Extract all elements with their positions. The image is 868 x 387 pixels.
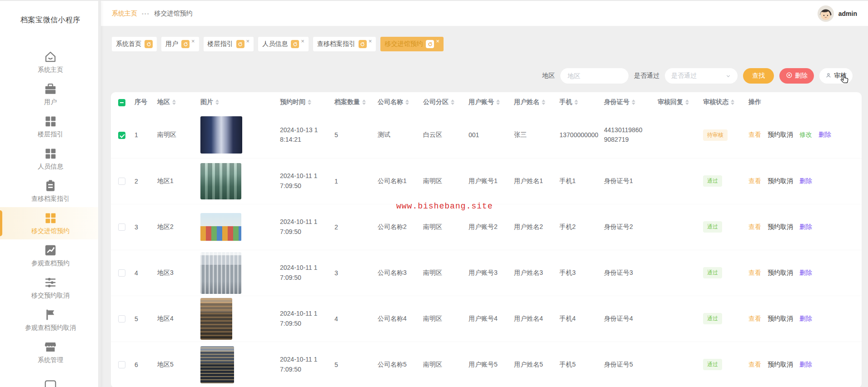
building-photo-gray-highrise[interactable]: [200, 252, 241, 294]
region-filter-input[interactable]: [560, 68, 629, 84]
op-delete-link[interactable]: 删除: [799, 315, 812, 323]
tab-3[interactable]: 楼层指引×: [204, 37, 254, 51]
building-photo-night-apartment[interactable]: [200, 346, 234, 383]
column-header[interactable]: 地区: [152, 92, 195, 112]
company-partition: 南明区: [423, 177, 442, 184]
user-menu[interactable]: admin: [818, 5, 857, 22]
column-header[interactable]: 档案数量: [329, 92, 372, 112]
sort-caret-icon: [496, 99, 500, 105]
cell-select: [111, 158, 129, 204]
op-cancel-link[interactable]: 预约取消: [768, 177, 793, 185]
row-checkbox[interactable]: [118, 132, 125, 139]
tab-label: 人员信息: [262, 40, 288, 48]
sidebar-item-5[interactable]: 查移档案指引: [0, 175, 101, 207]
op-cancel-link[interactable]: 预约取消: [768, 361, 793, 369]
column-label: 图片: [200, 98, 213, 105]
op-cancel-link[interactable]: 预约取消: [768, 131, 793, 139]
building-photo-colorful-lowrise[interactable]: [200, 213, 241, 241]
building-photo-residential-towers[interactable]: [200, 163, 241, 199]
close-icon[interactable]: ×: [436, 38, 439, 44]
op-view-link[interactable]: 查看: [748, 223, 761, 231]
column-header[interactable]: 图片: [195, 92, 274, 112]
cell-count: 5: [329, 112, 372, 158]
sidebar-item-7[interactable]: 参观查档预约: [0, 239, 101, 272]
cell-name: 用户姓名4: [509, 296, 554, 342]
op-view-link[interactable]: 查看: [748, 269, 761, 277]
op-cancel-link[interactable]: 预约取消: [768, 269, 793, 277]
column-label: 公司分区: [423, 98, 449, 105]
column-header[interactable]: 审核状态: [698, 92, 743, 112]
op-view-link[interactable]: 查看: [748, 177, 761, 185]
cell-partition: 白云区: [418, 112, 463, 158]
sidebar-item-2[interactable]: 用户: [0, 78, 101, 110]
tab-6[interactable]: 移交进馆预约×: [380, 37, 444, 51]
row-checkbox[interactable]: [118, 361, 125, 368]
sidebar-item-3[interactable]: 楼层指引: [0, 110, 101, 143]
close-icon[interactable]: ×: [191, 38, 195, 44]
row-actions: 查看预约取消删除: [748, 177, 862, 185]
table-row: 1南明区2024-10-13 18:14:215测试白云区001张三137000…: [111, 112, 862, 158]
column-header[interactable]: 用户姓名: [509, 92, 554, 112]
sidebar-item-9[interactable]: 参观查档预约取消: [0, 304, 101, 336]
phone-number: 手机4: [559, 315, 576, 322]
appointment-time: 2024-10-11 17:09:50: [280, 217, 320, 237]
cell-status: 待审核: [698, 112, 743, 158]
delete-button[interactable]: 删除: [779, 68, 814, 84]
sort-caret-icon: [172, 99, 176, 105]
row-checkbox[interactable]: [118, 223, 125, 231]
avatar[interactable]: [818, 5, 834, 22]
close-icon[interactable]: ×: [369, 38, 372, 44]
building-photo-office-tower-night[interactable]: [200, 116, 242, 154]
op-delete-link[interactable]: 删除: [799, 223, 812, 231]
column-header[interactable]: 审核回复: [652, 92, 698, 112]
op-edit-link[interactable]: 修改: [799, 131, 812, 139]
tab-4[interactable]: 人员信息×: [258, 37, 309, 51]
op-delete-link[interactable]: 删除: [799, 177, 812, 185]
column-header[interactable]: 用户账号: [463, 92, 509, 112]
table-row: 5地区42024-10-11 17:09:504公司名称4南明区用户账号4用户姓…: [111, 296, 862, 342]
pass-filter-select[interactable]: 是否通过: [665, 68, 738, 84]
close-icon[interactable]: ×: [246, 38, 250, 44]
column-header[interactable]: 预约时间: [274, 92, 329, 112]
select-all-checkbox[interactable]: [118, 99, 125, 106]
op-view-link[interactable]: 查看: [748, 315, 761, 323]
sort-caret-icon: [731, 99, 734, 105]
tab-1[interactable]: 系统首页: [112, 37, 157, 51]
sidebar-item-8[interactable]: 移交预约取消: [0, 272, 101, 304]
op-view-link[interactable]: 查看: [748, 361, 761, 369]
sidebar-item-label: 楼层指引: [38, 130, 63, 139]
op-cancel-link[interactable]: 预约取消: [768, 315, 793, 323]
tab-2[interactable]: 用户×: [161, 37, 199, 51]
sidebar-item-6[interactable]: 移交进馆预约: [0, 207, 101, 239]
sidebar-item-4[interactable]: 人员信息: [0, 143, 101, 175]
cell-account: 用户账号5: [463, 342, 509, 387]
row-checkbox[interactable]: [118, 315, 125, 322]
op-delete-link[interactable]: 删除: [799, 361, 812, 369]
sidebar-item-1[interactable]: 系统主页: [0, 46, 101, 78]
column-header[interactable]: 公司分区: [418, 92, 463, 112]
op-view-link[interactable]: 查看: [748, 131, 761, 139]
cell-index: 2: [129, 158, 152, 204]
appointment-time: 2024-10-11 17:09:50: [280, 309, 320, 328]
sidebar-item-11[interactable]: [0, 368, 101, 387]
column-header[interactable]: 公司名称: [372, 92, 418, 112]
row-checkbox[interactable]: [118, 178, 125, 185]
breadcrumb-home-link[interactable]: 系统主页: [112, 10, 137, 18]
user-name: 用户姓名2: [514, 223, 543, 230]
store-icon: [44, 340, 57, 354]
op-cancel-link[interactable]: 预约取消: [768, 223, 793, 231]
column-header[interactable]: 身份证号: [599, 92, 652, 112]
audit-button[interactable]: 审核: [819, 68, 853, 84]
op-delete-link[interactable]: 删除: [818, 131, 831, 139]
close-icon[interactable]: ×: [301, 38, 304, 44]
column-header[interactable]: 手机: [554, 92, 599, 112]
search-button[interactable]: 查找: [743, 68, 774, 84]
cell-name: 用户姓名2: [509, 204, 554, 250]
cell-region: 地区1: [152, 158, 195, 204]
row-checkbox[interactable]: [118, 269, 125, 277]
building-photo-dusk-tower[interactable]: [200, 298, 232, 340]
op-delete-link[interactable]: 删除: [799, 269, 812, 277]
column-label: 手机: [559, 98, 572, 105]
tab-5[interactable]: 查移档案指引×: [313, 37, 376, 51]
sidebar-item-10[interactable]: 系统管理: [0, 336, 101, 368]
